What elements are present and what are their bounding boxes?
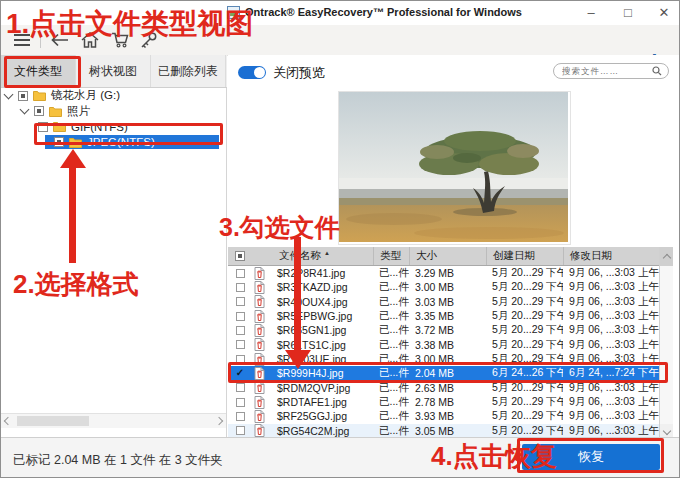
row-checkbox[interactable] (228, 340, 252, 349)
select-all-checkbox[interactable] (228, 247, 252, 265)
table-row[interactable]: $R7P03UE.jpg已...件3.00 MB5月 20...29 下午9月 … (228, 352, 659, 366)
row-checkbox[interactable] (228, 426, 252, 435)
chevron-down-icon (663, 427, 671, 435)
column-header-type[interactable]: 类型 (373, 247, 409, 265)
tree-checkbox[interactable] (34, 106, 44, 116)
expander-icon[interactable] (20, 105, 30, 115)
table-row[interactable]: $RDM2QVP.jpg已...件2.63 MB5月 20...29 下午9月 … (228, 381, 659, 395)
table-row[interactable]: $RDTAFE1.jpg已...件2.78 MB5月 20...29 下午9月 … (228, 395, 659, 409)
tab-1[interactable]: 树状视图 (76, 55, 151, 87)
key-icon[interactable] (137, 30, 159, 50)
folder-icon (53, 121, 66, 132)
row-checkbox[interactable]: ✓ (228, 368, 252, 378)
file-name: $RG54C2M.jpg (271, 425, 373, 437)
tree-checkbox[interactable] (38, 122, 48, 132)
search-box[interactable] (553, 63, 669, 79)
row-checkbox[interactable] (228, 269, 252, 278)
scrollbar-thumb[interactable] (17, 416, 89, 426)
folder-icon (49, 106, 62, 117)
file-name: $R3TKAZD.jpg (271, 281, 373, 293)
column-header-modified[interactable]: 修改日期 (563, 247, 659, 265)
scroll-left-icon[interactable] (4, 417, 12, 425)
column-header-size[interactable]: 大小 (409, 247, 486, 265)
tree-item-label: 照片 (67, 104, 90, 119)
table-row[interactable]: $R61TS1C.jpg已...件3.38 MB5月 20...29 下午9月 … (228, 338, 659, 352)
vertical-scrollbar[interactable] (659, 247, 673, 438)
row-checkbox[interactable] (228, 398, 252, 407)
file-size: 3.00 MB (409, 281, 486, 293)
row-checkbox[interactable] (228, 283, 252, 292)
deleted-file-icon (252, 324, 271, 337)
close-button[interactable]: ✕ (649, 3, 679, 22)
table-row[interactable]: $R3TKAZD.jpg已...件3.00 MB5月 20...29 下午9月 … (228, 280, 659, 294)
file-created: 5月 20...29 下午 (486, 381, 563, 395)
file-type: 已...件 (373, 280, 409, 294)
tab-0[interactable]: 文件类型 (1, 55, 76, 87)
file-created: 5月 20...29 下午 (486, 280, 563, 294)
file-size: 3.29 MB (409, 267, 486, 279)
tab-bar: 文件类型树状视图已删除列表 (1, 55, 227, 88)
scroll-up-button[interactable] (660, 247, 673, 266)
row-checkbox[interactable] (228, 412, 252, 421)
recover-button[interactable]: 恢复 (522, 444, 660, 470)
scroll-right-icon[interactable] (215, 417, 223, 425)
file-name: $R999H4J.jpg (271, 367, 373, 379)
tree-item-1[interactable]: 照片 (1, 103, 227, 119)
file-type: 已...件 (373, 366, 409, 380)
home-icon[interactable] (79, 30, 101, 50)
status-bar: 已标记 2.04 MB 在 1 文件 在 3 文件夹 恢复 (1, 437, 679, 478)
column-header-created[interactable]: 创建日期 (486, 247, 563, 265)
toolbar-divider (40, 32, 41, 48)
left-panel: 文件类型树状视图已删除列表 镜花水月 (G:)照片GIF(NTFS)JPEG(N… (1, 55, 227, 437)
file-modified: 9月 06, ...3:03 上午 (563, 424, 659, 438)
expander-icon[interactable] (4, 89, 14, 99)
file-created: 5月 20...29 下午 (486, 323, 563, 337)
file-created: 5月 20...29 下午 (486, 295, 563, 309)
toolbar: Ontrack· (1, 25, 679, 56)
deleted-file-icon (252, 367, 271, 380)
app-icon (227, 6, 240, 19)
file-created: 6月 24...26 下午 (486, 366, 563, 380)
search-input[interactable] (560, 65, 652, 77)
tab-2[interactable]: 已删除列表 (151, 55, 226, 87)
table-row[interactable]: $RF25GGJ.jpg已...件3.93 MB5月 20...29 下午9月 … (228, 409, 659, 423)
row-checkbox[interactable] (228, 355, 252, 364)
tree-item-label: GIF(NTFS) (71, 121, 128, 133)
row-checkbox[interactable] (228, 312, 252, 321)
table-row[interactable]: $R2P8R41.jpg已...件3.29 MB5月 20...29 下午9月 … (228, 266, 659, 280)
preview-toggle[interactable] (238, 66, 266, 79)
tree-checkbox[interactable] (54, 137, 64, 147)
horizontal-scrollbar[interactable] (1, 413, 226, 428)
back-icon[interactable] (49, 30, 71, 50)
row-checkbox[interactable] (228, 383, 252, 392)
menu-icon[interactable] (11, 30, 33, 50)
toggle-knob (254, 67, 265, 78)
tree-item-label: JPEG(NTFS) (87, 136, 155, 148)
cart-icon[interactable] (109, 30, 131, 50)
tree-item-2[interactable]: GIF(NTFS) (1, 118, 227, 134)
file-type: 已...件 (373, 266, 409, 280)
minimize-button[interactable]: – (576, 3, 606, 22)
file-type: 已...件 (373, 409, 409, 423)
deleted-file-icon (252, 267, 271, 280)
file-name: $R2P8R41.jpg (271, 267, 373, 279)
tree-item-0[interactable]: 镜花水月 (G:) (1, 87, 227, 103)
column-header-name[interactable]: 文件名称▲ (271, 247, 373, 265)
table-row[interactable]: $R5EPBWG.jpg已...件3.35 MB5月 20...29 下午9月 … (228, 309, 659, 323)
file-type: 已...件 (373, 295, 409, 309)
table-row[interactable]: $R665GN1.jpg已...件3.72 MB5月 20...29 下午9月 … (228, 323, 659, 337)
file-modified: 9月 06, ...3:03 上午 (563, 381, 659, 395)
table-row[interactable]: ✓$R999H4J.jpg已...件2.04 MB6月 24...26 下午6月… (228, 366, 659, 380)
table-row[interactable]: $R40OUX4.jpg已...件3.03 MB5月 20...29 下午9月 … (228, 295, 659, 309)
file-name: $RDTAFE1.jpg (271, 396, 373, 408)
tree-item-3[interactable]: JPEG(NTFS) (1, 134, 227, 150)
row-checkbox[interactable] (228, 326, 252, 335)
search-icon (652, 66, 662, 76)
table-row[interactable]: $RG54C2M.jpg已...件3.05 MB5月 20...29 下午9月 … (228, 424, 659, 438)
file-size: 3.00 MB (409, 353, 486, 365)
window-title: Ontrack® EasyRecovery™ Professional for … (245, 6, 522, 18)
tree-checkbox[interactable] (18, 91, 28, 101)
scroll-down-button[interactable] (660, 424, 673, 438)
row-checkbox[interactable] (228, 297, 252, 306)
maximize-button[interactable]: □ (613, 3, 643, 22)
